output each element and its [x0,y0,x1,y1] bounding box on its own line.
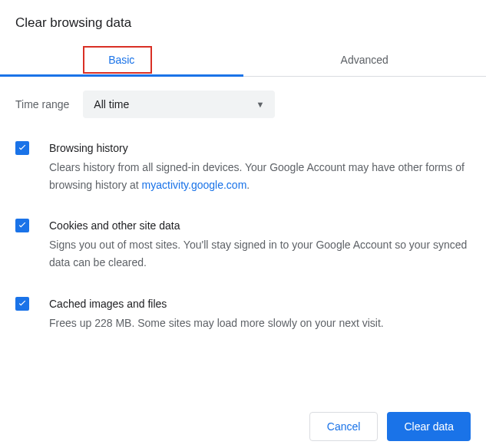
option-desc: Clears history from all signed-in device… [49,159,471,194]
option-text: Cached images and files Frees up 228 MB.… [49,295,471,332]
time-range-value: All time [94,98,129,110]
option-desc: Signs you out of most sites. You'll stay… [49,236,471,272]
check-icon [17,298,28,309]
option-title: Cookies and other site data [49,217,471,235]
checkbox-browsing-history[interactable] [15,141,29,155]
time-range-row: Time range All time ▼ [15,91,471,118]
time-range-label: Time range [15,98,69,110]
option-browsing-history: Browsing history Clears history from all… [15,140,471,194]
tab-basic-label: Basic [108,54,134,66]
checkbox-cache[interactable] [15,297,29,311]
tabs: Basic Advanced [0,43,486,77]
clear-data-button[interactable]: Clear data [387,412,471,441]
tab-advanced[interactable]: Advanced [243,43,487,76]
tab-basic[interactable]: Basic [0,43,243,76]
desc-text: Clears history from all signed-in device… [49,161,465,191]
check-icon [17,220,28,231]
tab-advanced-label: Advanced [341,54,388,66]
option-text: Browsing history Clears history from all… [49,140,471,194]
dialog-body: Time range All time ▼ Browsing history C… [0,77,486,332]
check-icon [17,143,28,153]
option-cookies: Cookies and other site data Signs you ou… [15,217,471,272]
option-cache: Cached images and files Frees up 228 MB.… [15,295,471,332]
myactivity-link[interactable]: myactivity.google.com [142,179,247,191]
chevron-down-icon: ▼ [256,100,264,109]
desc-text-after: . [246,179,250,191]
option-title: Cached images and files [49,295,471,313]
option-title: Browsing history [49,140,471,157]
dialog-title: Clear browsing data [0,0,486,43]
clear-browsing-data-dialog: Clear browsing data Basic Advanced Time … [0,0,486,448]
option-text: Cookies and other site data Signs you ou… [49,217,471,272]
cancel-button[interactable]: Cancel [309,412,379,441]
checkbox-cookies[interactable] [15,219,29,232]
option-desc: Frees up 228 MB. Some sites may load mor… [49,315,471,332]
time-range-select[interactable]: All time ▼ [83,91,275,118]
dialog-footer: Cancel Clear data [0,401,486,448]
